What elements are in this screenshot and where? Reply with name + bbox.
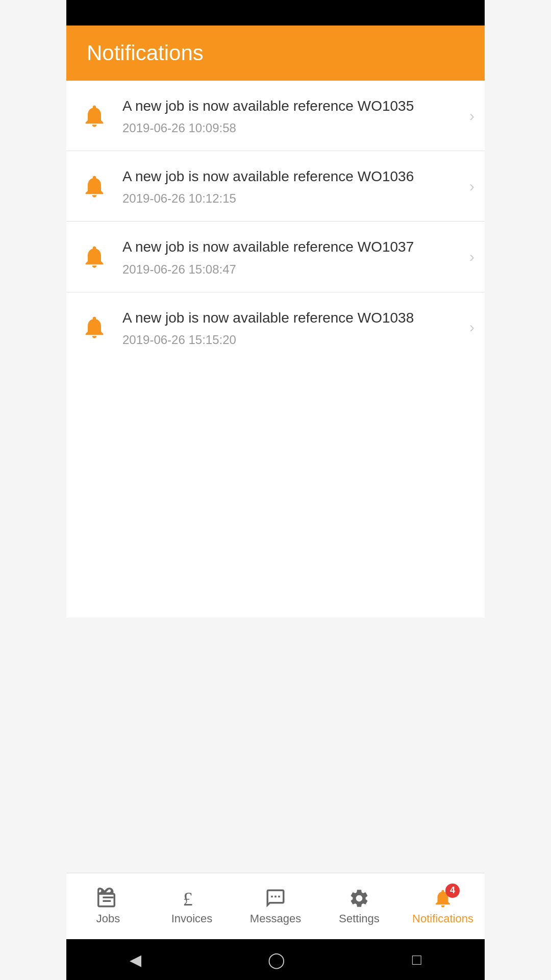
nav-item-jobs[interactable]: Jobs — [66, 873, 150, 939]
bell-icon-1 — [81, 103, 108, 129]
bell-icon-wrap-1 — [77, 103, 112, 129]
bell-icon-wrap-4 — [77, 314, 112, 340]
notifications-badge: 4 — [445, 884, 460, 898]
notification-message-3: A new job is now available reference WO1… — [122, 237, 459, 257]
settings-icon-wrap — [348, 888, 370, 909]
messages-icon-wrap — [265, 888, 286, 909]
bell-icon-4 — [81, 314, 108, 340]
invoices-icon-wrap: £ — [181, 888, 203, 909]
notification-content-1: A new job is now available reference WO1… — [112, 96, 469, 135]
invoices-icon: £ — [181, 888, 203, 909]
notifications-list: A new job is now available reference WO1… — [66, 81, 485, 618]
nav-item-settings[interactable]: Settings — [317, 873, 401, 939]
page-header: Notifications — [66, 26, 485, 81]
nav-label-settings: Settings — [339, 912, 380, 925]
back-button[interactable]: ◀ — [130, 951, 141, 969]
nav-item-invoices[interactable]: £ Invoices — [150, 873, 234, 939]
messages-icon — [265, 888, 286, 909]
svg-rect-0 — [103, 896, 114, 898]
notification-message-4: A new job is now available reference WO1… — [122, 308, 459, 328]
recents-button[interactable]: □ — [412, 951, 421, 968]
nav-label-invoices: Invoices — [171, 912, 213, 925]
content-spacer — [66, 618, 485, 873]
notification-message-1: A new job is now available reference WO1… — [122, 96, 459, 116]
nav-item-messages[interactable]: Messages — [234, 873, 317, 939]
page-title: Notifications — [87, 41, 204, 65]
chevron-right-icon-1: › — [469, 107, 474, 125]
bell-icon-wrap-2 — [77, 173, 112, 200]
notification-time-1: 2019-06-26 10:09:58 — [122, 121, 459, 135]
notification-content-4: A new job is now available reference WO1… — [112, 308, 469, 347]
bell-icon-3 — [81, 243, 108, 270]
notification-item-1[interactable]: A new job is now available reference WO1… — [66, 81, 485, 151]
nav-label-notifications: Notifications — [412, 912, 473, 925]
android-nav-bar: ◀ ◯ □ — [66, 939, 485, 980]
notification-item-4[interactable]: A new job is now available reference WO1… — [66, 292, 485, 362]
status-bar — [66, 0, 485, 26]
chevron-right-icon-2: › — [469, 178, 474, 195]
notification-time-3: 2019-06-26 15:08:47 — [122, 262, 459, 277]
notification-content-2: A new job is now available reference WO1… — [112, 166, 469, 206]
notification-item-3[interactable]: A new job is now available reference WO1… — [66, 222, 485, 292]
chevron-right-icon-3: › — [469, 248, 474, 265]
notification-time-4: 2019-06-26 15:15:20 — [122, 333, 459, 347]
settings-icon — [348, 888, 370, 909]
bell-icon-wrap-3 — [77, 243, 112, 270]
nav-item-notifications[interactable]: 4 Notifications — [401, 873, 485, 939]
nav-label-messages: Messages — [250, 912, 301, 925]
home-button[interactable]: ◯ — [268, 951, 285, 969]
bell-icon-2 — [81, 173, 108, 200]
nav-label-jobs: Jobs — [96, 912, 120, 925]
jobs-icon-wrap — [97, 888, 119, 909]
jobs-icon — [97, 888, 119, 909]
svg-text:£: £ — [183, 888, 193, 909]
notification-message-2: A new job is now available reference WO1… — [122, 166, 459, 186]
bottom-navigation: Jobs £ Invoices Messages Settings — [66, 873, 485, 939]
chevron-right-icon-4: › — [469, 318, 474, 336]
notifications-icon-wrap: 4 — [432, 888, 454, 909]
notification-time-2: 2019-06-26 10:12:15 — [122, 191, 459, 206]
notification-item-2[interactable]: A new job is now available reference WO1… — [66, 151, 485, 222]
notification-content-3: A new job is now available reference WO1… — [112, 237, 469, 276]
svg-rect-1 — [103, 900, 111, 902]
